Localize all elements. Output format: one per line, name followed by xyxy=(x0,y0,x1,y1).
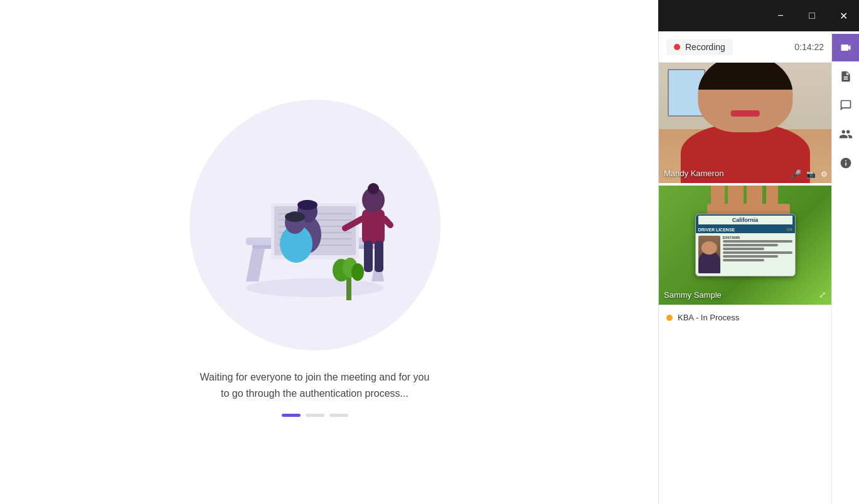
recording-bar: Recording 0:14:22 xyxy=(659,31,831,63)
video-feed-sammy: California DRIVER LICENSE CA xyxy=(659,184,831,305)
right-panel: Recording 0:14:22 xyxy=(658,31,859,504)
info-icon xyxy=(840,157,852,169)
svg-point-7 xyxy=(246,278,384,297)
id-state-header: California xyxy=(696,214,795,226)
video-icon xyxy=(840,41,852,54)
illustration-area: Waiting for everyone to join the meeting… xyxy=(189,100,440,417)
kba-status-label: KBA - In Process xyxy=(678,313,739,322)
progress-dot-3 xyxy=(329,414,348,417)
id-photo xyxy=(698,236,720,273)
video-tab-button[interactable] xyxy=(832,34,860,61)
expand-icon[interactable]: ⤢ xyxy=(819,290,826,300)
side-icon-bar xyxy=(831,31,859,504)
title-bar: − □ ✕ xyxy=(658,0,859,31)
kba-status-dot xyxy=(666,315,673,321)
recording-timer: 0:14:22 xyxy=(794,42,824,52)
svg-point-33 xyxy=(351,263,364,281)
info-tab-button[interactable] xyxy=(832,149,860,177)
document-tab-button[interactable] xyxy=(832,63,860,90)
video-feed-mandy: Mandy Kameron 🎤 📷 ⚙ xyxy=(659,63,831,183)
participant-name-sammy: Sammy Sample xyxy=(664,290,722,300)
close-button[interactable]: ✕ xyxy=(828,0,859,31)
progress-dot-2 xyxy=(306,414,324,417)
participants-icon xyxy=(839,127,853,141)
video-section: Recording 0:14:22 xyxy=(659,31,831,504)
illustration-circle xyxy=(189,100,440,350)
chat-tab-button[interactable] xyxy=(832,92,860,119)
recording-label: Recording xyxy=(685,42,725,52)
recording-dot xyxy=(674,44,680,50)
video-controls-mandy: 🎤 📷 ⚙ xyxy=(791,169,828,179)
progress-dots xyxy=(282,414,348,417)
id-body: D3573095 xyxy=(696,233,795,276)
id-text-area: D3573095 xyxy=(723,236,792,276)
chat-icon xyxy=(840,99,852,112)
progress-dot-1 xyxy=(282,414,301,417)
kba-status: KBA - In Process xyxy=(659,305,831,330)
participant-name-mandy: Mandy Kameron xyxy=(664,169,723,178)
document-icon xyxy=(840,70,852,83)
svg-rect-16 xyxy=(362,209,385,244)
mic-icon: 🎤 xyxy=(791,169,801,179)
waiting-message: Waiting for everyone to join the meeting… xyxy=(200,369,430,401)
svg-line-22 xyxy=(385,219,390,225)
participants-tab-button[interactable] xyxy=(832,120,860,148)
settings-icon: ⚙ xyxy=(821,170,828,179)
maximize-button[interactable]: □ xyxy=(796,0,828,31)
svg-point-29 xyxy=(285,212,305,222)
meeting-illustration xyxy=(202,112,428,338)
svg-rect-30 xyxy=(346,275,351,300)
svg-point-25 xyxy=(297,200,317,210)
id-card: California DRIVER LICENSE CA xyxy=(695,214,796,276)
recording-indicator: Recording xyxy=(666,39,733,55)
camera-icon: 📷 xyxy=(806,170,816,179)
svg-point-20 xyxy=(368,183,379,194)
svg-rect-18 xyxy=(375,241,383,272)
svg-rect-17 xyxy=(364,241,373,272)
minimize-button[interactable]: − xyxy=(765,0,796,31)
main-content: Waiting for everyone to join the meeting… xyxy=(0,0,629,504)
